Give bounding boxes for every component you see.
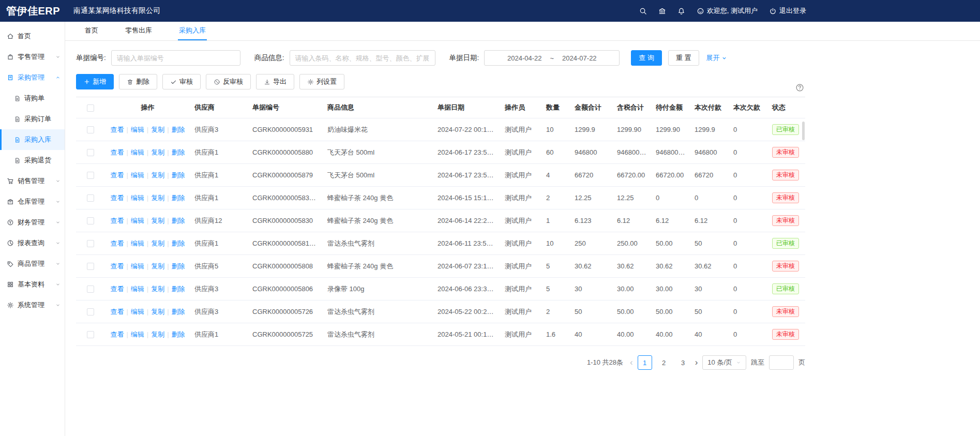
tab-retail-outbound[interactable]: 零售出库 — [124, 26, 153, 40]
sidebar-item-purchase[interactable]: 采购管理 — [0, 67, 65, 88]
unaudit-button[interactable]: 反审核 — [206, 74, 251, 89]
sidebar-item-system[interactable]: 系统管理 — [0, 295, 65, 315]
row-checkbox[interactable] — [87, 331, 94, 338]
page-size-select[interactable]: 10 条/页 — [702, 355, 746, 370]
sidebar-item-warehouse[interactable]: 仓库管理 — [0, 191, 65, 212]
help-icon[interactable] — [795, 83, 804, 92]
row-checkbox[interactable] — [87, 263, 94, 270]
sidebar-item-goods[interactable]: 商品管理 — [0, 253, 65, 274]
delete-link[interactable]: 删除 — [172, 308, 185, 315]
copy-link[interactable]: 复制 — [151, 217, 164, 224]
view-link[interactable]: 查看 — [110, 308, 124, 315]
view-link[interactable]: 查看 — [110, 262, 124, 270]
view-link[interactable]: 查看 — [110, 330, 124, 338]
edit-link[interactable]: 编辑 — [131, 126, 144, 133]
edit-link[interactable]: 编辑 — [131, 148, 144, 156]
edit-link[interactable]: 编辑 — [131, 217, 144, 224]
copy-link[interactable]: 复制 — [151, 285, 164, 293]
page-button-3[interactable]: 3 — [676, 355, 690, 370]
select-all-checkbox[interactable] — [87, 104, 94, 112]
tax-total-cell: 946800.00 — [613, 141, 652, 164]
row-checkbox[interactable] — [87, 126, 94, 133]
sidebar-item-retail[interactable]: 零售管理 — [0, 47, 65, 67]
row-checkbox[interactable] — [87, 308, 94, 315]
row-checkbox[interactable] — [87, 194, 94, 202]
tab-purchase-inbound[interactable]: 采购入库 — [178, 26, 207, 40]
copy-link[interactable]: 复制 — [151, 148, 164, 156]
gear-icon — [307, 79, 314, 85]
doc-no-input[interactable] — [111, 50, 240, 66]
sidebar-item-purchase-request[interactable]: 请购单 — [0, 88, 65, 109]
product-cell: 录像带 100g — [323, 278, 433, 300]
edit-link[interactable]: 编辑 — [131, 330, 144, 338]
delete-link[interactable]: 删除 — [172, 239, 185, 247]
sidebar-item-finance[interactable]: 财务管理 — [0, 212, 65, 233]
copy-link[interactable]: 复制 — [151, 308, 164, 315]
edit-link[interactable]: 编辑 — [131, 171, 144, 179]
add-button[interactable]: 新增 — [76, 74, 114, 89]
prev-page-button[interactable]: ‹ — [630, 357, 633, 368]
view-link[interactable]: 查看 — [110, 217, 124, 224]
delete-link[interactable]: 删除 — [172, 194, 185, 202]
reset-button[interactable]: 重 置 — [668, 50, 699, 66]
column-settings-button[interactable]: 列设置 — [299, 74, 344, 89]
copy-link[interactable]: 复制 — [151, 239, 164, 247]
edit-link[interactable]: 编辑 — [131, 194, 144, 202]
export-button[interactable]: 导出 — [256, 74, 294, 89]
vertical-scrollbar[interactable] — [802, 122, 805, 140]
search-icon[interactable] — [639, 7, 647, 15]
expand-link[interactable]: 展开 — [706, 53, 727, 63]
view-link[interactable]: 查看 — [110, 239, 124, 247]
sidebar-item-home[interactable]: 首页 — [0, 26, 65, 47]
row-checkbox[interactable] — [87, 240, 94, 247]
product-info-input[interactable] — [290, 50, 435, 66]
search-button[interactable]: 查 询 — [631, 50, 662, 66]
row-checkbox[interactable] — [87, 217, 94, 224]
edit-link[interactable]: 编辑 — [131, 262, 144, 270]
qty-cell: 2 — [542, 300, 570, 323]
copy-link[interactable]: 复制 — [151, 171, 164, 179]
delete-link[interactable]: 删除 — [172, 126, 185, 133]
copy-link[interactable]: 复制 — [151, 194, 164, 202]
view-link[interactable]: 查看 — [110, 148, 124, 156]
edit-link[interactable]: 编辑 — [131, 239, 144, 247]
view-link[interactable]: 查看 — [110, 194, 124, 202]
bell-icon[interactable] — [677, 7, 685, 15]
date-range-picker[interactable]: 2024-04-22 ~ 2024-07-22 — [484, 50, 620, 66]
sidebar-item-basic-data[interactable]: 基本资料 — [0, 274, 65, 295]
copy-link[interactable]: 复制 — [151, 330, 164, 338]
copy-link[interactable]: 复制 — [151, 262, 164, 270]
row-checkbox[interactable] — [87, 285, 94, 293]
view-link[interactable]: 查看 — [110, 285, 124, 293]
delete-link[interactable]: 删除 — [172, 217, 185, 224]
row-checkbox[interactable] — [87, 172, 94, 179]
date-from-value[interactable]: 2024-04-22 — [507, 54, 542, 62]
link-separator: | — [126, 285, 128, 293]
delete-link[interactable]: 删除 — [172, 262, 185, 270]
page-button-2[interactable]: 2 — [657, 355, 671, 370]
copy-link[interactable]: 复制 — [151, 126, 164, 133]
page-button-1[interactable]: 1 — [638, 355, 652, 370]
sidebar-item-sales[interactable]: 销售管理 — [0, 171, 65, 191]
delete-link[interactable]: 删除 — [172, 171, 185, 179]
delete-link[interactable]: 删除 — [172, 285, 185, 293]
sidebar-item-purchase-order[interactable]: 采购订单 — [0, 109, 65, 129]
edit-link[interactable]: 编辑 — [131, 285, 144, 293]
delete-link[interactable]: 删除 — [172, 330, 185, 338]
audit-button[interactable]: 审核 — [162, 74, 201, 89]
next-page-button[interactable]: › — [695, 357, 698, 368]
edit-link[interactable]: 编辑 — [131, 308, 144, 315]
logout-button[interactable]: 退出登录 — [769, 6, 806, 16]
view-link[interactable]: 查看 — [110, 171, 124, 179]
sidebar-item-purchase-inbound[interactable]: 采购入库 — [0, 129, 65, 150]
view-link[interactable]: 查看 — [110, 126, 124, 133]
delete-button[interactable]: 删除 — [119, 74, 157, 89]
row-checkbox[interactable] — [87, 149, 94, 156]
sidebar-item-reports[interactable]: 报表查询 — [0, 233, 65, 253]
sidebar-item-purchase-return[interactable]: 采购退货 — [0, 150, 65, 171]
delete-link[interactable]: 删除 — [172, 148, 185, 156]
jump-page-input[interactable] — [769, 355, 794, 370]
tab-home[interactable]: 首页 — [84, 26, 99, 40]
bank-icon[interactable] — [658, 7, 666, 15]
date-to-value[interactable]: 2024-07-22 — [562, 54, 597, 62]
